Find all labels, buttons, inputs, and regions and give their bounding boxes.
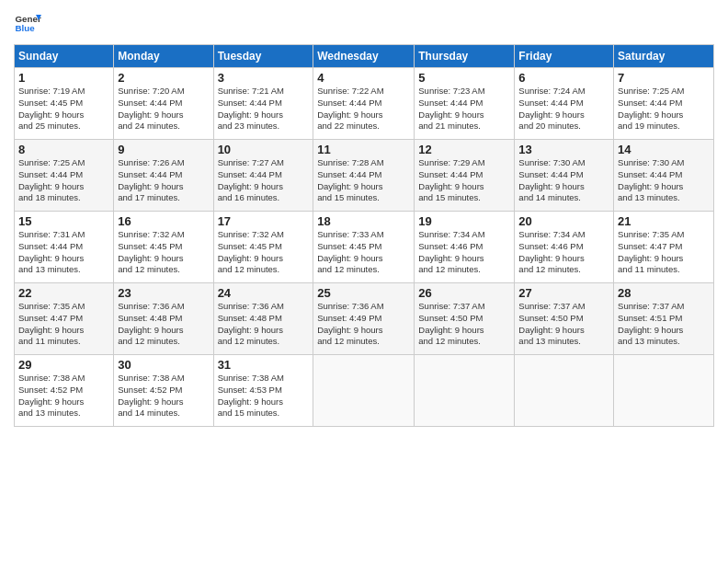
day-number: 15 — [18, 214, 109, 228]
day-info: Sunrise: 7:36 AMSunset: 4:49 PMDaylight:… — [317, 301, 410, 348]
day-info: Sunrise: 7:30 AMSunset: 4:44 PMDaylight:… — [518, 157, 609, 204]
day-info: Sunrise: 7:37 AMSunset: 4:50 PMDaylight:… — [518, 301, 609, 348]
day-info: Sunrise: 7:21 AMSunset: 4:44 PMDaylight:… — [218, 86, 310, 132]
calendar-cell: 19Sunrise: 7:34 AMSunset: 4:46 PMDayligh… — [415, 212, 515, 283]
weekday-header-thursday: Thursday — [415, 45, 515, 68]
day-info: Sunrise: 7:35 AMSunset: 4:47 PMDaylight:… — [18, 301, 109, 348]
weekday-header-monday: Monday — [114, 45, 213, 68]
day-number: 2 — [118, 71, 209, 85]
day-number: 29 — [18, 358, 109, 372]
day-info: Sunrise: 7:38 AMSunset: 4:52 PMDaylight:… — [118, 373, 209, 419]
calendar-cell: 16Sunrise: 7:32 AMSunset: 4:45 PMDayligh… — [114, 212, 213, 283]
calendar-cell — [415, 355, 515, 427]
calendar-cell: 2Sunrise: 7:20 AMSunset: 4:44 PMDaylight… — [114, 68, 213, 140]
svg-text:Blue: Blue — [16, 23, 36, 33]
calendar-cell: 20Sunrise: 7:34 AMSunset: 4:46 PMDayligh… — [515, 212, 614, 283]
day-info: Sunrise: 7:31 AMSunset: 4:44 PMDaylight:… — [18, 229, 109, 276]
calendar-cell: 29Sunrise: 7:38 AMSunset: 4:52 PMDayligh… — [15, 355, 114, 427]
day-info: Sunrise: 7:35 AMSunset: 4:47 PMDaylight:… — [618, 229, 710, 276]
calendar-cell: 7Sunrise: 7:25 AMSunset: 4:44 PMDaylight… — [614, 68, 714, 140]
logo-icon: General Blue — [14, 9, 41, 37]
calendar-cell: 1Sunrise: 7:19 AMSunset: 4:45 PMDaylight… — [15, 68, 114, 140]
day-info: Sunrise: 7:34 AMSunset: 4:46 PMDaylight:… — [518, 229, 609, 276]
calendar-cell: 22Sunrise: 7:35 AMSunset: 4:47 PMDayligh… — [15, 283, 114, 355]
day-number: 19 — [418, 214, 510, 228]
calendar-cell: 24Sunrise: 7:36 AMSunset: 4:48 PMDayligh… — [213, 283, 313, 355]
day-number: 23 — [118, 286, 209, 300]
day-number: 12 — [418, 143, 510, 156]
day-number: 3 — [218, 71, 310, 85]
calendar-cell: 5Sunrise: 7:23 AMSunset: 4:44 PMDaylight… — [415, 68, 515, 140]
day-number: 13 — [518, 143, 609, 156]
calendar-cell: 9Sunrise: 7:26 AMSunset: 4:44 PMDaylight… — [114, 140, 213, 212]
day-info: Sunrise: 7:33 AMSunset: 4:45 PMDaylight:… — [317, 229, 410, 276]
day-number: 18 — [317, 214, 410, 228]
day-info: Sunrise: 7:25 AMSunset: 4:44 PMDaylight:… — [618, 86, 710, 132]
calendar-table: SundayMondayTuesdayWednesdayThursdayFrid… — [14, 44, 714, 427]
day-number: 1 — [18, 71, 109, 85]
day-number: 20 — [518, 214, 609, 228]
day-info: Sunrise: 7:23 AMSunset: 4:44 PMDaylight:… — [418, 86, 510, 132]
day-number: 24 — [218, 286, 310, 300]
calendar-week-3: 15Sunrise: 7:31 AMSunset: 4:44 PMDayligh… — [15, 212, 714, 283]
calendar-week-5: 29Sunrise: 7:38 AMSunset: 4:52 PMDayligh… — [15, 355, 714, 427]
weekday-header-wednesday: Wednesday — [313, 45, 415, 68]
calendar-cell: 23Sunrise: 7:36 AMSunset: 4:48 PMDayligh… — [114, 283, 213, 355]
day-number: 28 — [618, 286, 710, 300]
calendar-week-4: 22Sunrise: 7:35 AMSunset: 4:47 PMDayligh… — [15, 283, 714, 355]
day-info: Sunrise: 7:27 AMSunset: 4:44 PMDaylight:… — [218, 157, 310, 204]
day-info: Sunrise: 7:29 AMSunset: 4:44 PMDaylight:… — [418, 157, 510, 204]
day-number: 27 — [518, 286, 609, 300]
day-number: 11 — [317, 143, 410, 156]
day-info: Sunrise: 7:38 AMSunset: 4:52 PMDaylight:… — [18, 373, 109, 419]
calendar-cell: 21Sunrise: 7:35 AMSunset: 4:47 PMDayligh… — [614, 212, 714, 283]
calendar-cell: 4Sunrise: 7:22 AMSunset: 4:44 PMDaylight… — [313, 68, 415, 140]
day-number: 30 — [118, 358, 209, 372]
day-number: 26 — [418, 286, 510, 300]
day-info: Sunrise: 7:34 AMSunset: 4:46 PMDaylight:… — [418, 229, 510, 276]
calendar-week-1: 1Sunrise: 7:19 AMSunset: 4:45 PMDaylight… — [15, 68, 714, 140]
day-number: 14 — [618, 143, 710, 156]
day-info: Sunrise: 7:20 AMSunset: 4:44 PMDaylight:… — [118, 86, 209, 132]
calendar-cell: 10Sunrise: 7:27 AMSunset: 4:44 PMDayligh… — [213, 140, 313, 212]
calendar-cell — [313, 355, 415, 427]
calendar-cell: 28Sunrise: 7:37 AMSunset: 4:51 PMDayligh… — [614, 283, 714, 355]
calendar-body: 1Sunrise: 7:19 AMSunset: 4:45 PMDaylight… — [15, 68, 714, 427]
calendar-cell — [515, 355, 614, 427]
day-number: 21 — [618, 214, 710, 228]
day-number: 17 — [218, 214, 310, 228]
day-number: 25 — [317, 286, 410, 300]
day-number: 22 — [18, 286, 109, 300]
day-number: 9 — [118, 143, 209, 156]
calendar-week-2: 8Sunrise: 7:25 AMSunset: 4:44 PMDaylight… — [15, 140, 714, 212]
weekday-header-friday: Friday — [515, 45, 614, 68]
day-info: Sunrise: 7:30 AMSunset: 4:44 PMDaylight:… — [618, 157, 710, 204]
day-info: Sunrise: 7:24 AMSunset: 4:44 PMDaylight:… — [518, 86, 609, 132]
day-info: Sunrise: 7:32 AMSunset: 4:45 PMDaylight:… — [118, 229, 209, 276]
day-number: 4 — [317, 71, 410, 85]
calendar-cell: 25Sunrise: 7:36 AMSunset: 4:49 PMDayligh… — [313, 283, 415, 355]
calendar-cell: 6Sunrise: 7:24 AMSunset: 4:44 PMDaylight… — [515, 68, 614, 140]
weekday-header-saturday: Saturday — [614, 45, 714, 68]
calendar-cell: 14Sunrise: 7:30 AMSunset: 4:44 PMDayligh… — [614, 140, 714, 212]
day-number: 8 — [18, 143, 109, 156]
calendar-cell: 31Sunrise: 7:38 AMSunset: 4:53 PMDayligh… — [213, 355, 313, 427]
weekday-header-row: SundayMondayTuesdayWednesdayThursdayFrid… — [15, 45, 714, 68]
main-container: General Blue SundayMondayTuesdayWednesda… — [0, 0, 728, 436]
calendar-cell: 26Sunrise: 7:37 AMSunset: 4:50 PMDayligh… — [415, 283, 515, 355]
day-info: Sunrise: 7:28 AMSunset: 4:44 PMDaylight:… — [317, 157, 410, 204]
day-info: Sunrise: 7:36 AMSunset: 4:48 PMDaylight:… — [218, 301, 310, 348]
day-info: Sunrise: 7:26 AMSunset: 4:44 PMDaylight:… — [118, 157, 209, 204]
day-number: 6 — [518, 71, 609, 85]
calendar-cell: 8Sunrise: 7:25 AMSunset: 4:44 PMDaylight… — [15, 140, 114, 212]
day-info: Sunrise: 7:37 AMSunset: 4:51 PMDaylight:… — [618, 301, 710, 348]
day-number: 16 — [118, 214, 209, 228]
calendar-cell: 18Sunrise: 7:33 AMSunset: 4:45 PMDayligh… — [313, 212, 415, 283]
weekday-header-sunday: Sunday — [15, 45, 114, 68]
day-info: Sunrise: 7:22 AMSunset: 4:44 PMDaylight:… — [317, 86, 410, 132]
calendar-cell: 27Sunrise: 7:37 AMSunset: 4:50 PMDayligh… — [515, 283, 614, 355]
day-number: 10 — [218, 143, 310, 156]
weekday-header-tuesday: Tuesday — [213, 45, 313, 68]
day-info: Sunrise: 7:25 AMSunset: 4:44 PMDaylight:… — [18, 157, 109, 204]
day-number: 7 — [618, 71, 710, 85]
